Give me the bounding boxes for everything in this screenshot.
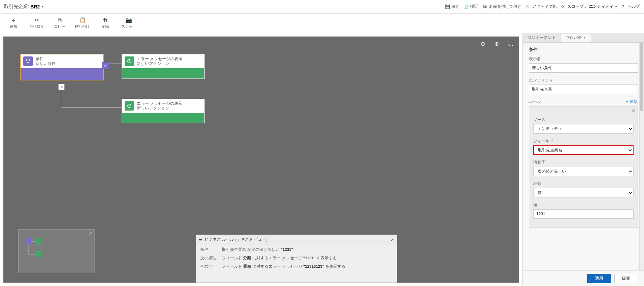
copy-label: コピー [54,24,65,29]
chevron-down-icon[interactable]: ▾ [42,5,44,8]
snapshot-button[interactable]: 📷 スナッ... [121,17,136,29]
rule-box: ✕ ソース エンティティ フィールド 取引先企業名 [529,106,638,228]
activate-button[interactable]: ⊙ アクティブ化 [526,4,557,9]
save-as-label: 名前を付けて保存 [489,4,521,9]
minimap-node [36,251,42,257]
txt: が次の値と等しい [247,247,281,252]
rule-new-label: 新規 [630,99,638,104]
save-button[interactable]: 💾 保存 [445,4,459,9]
activate-icon: ⊙ [526,4,531,9]
tv-else-label: その他 [200,264,222,269]
action-node[interactable]: エラー メッセージの表示 新しいアクション [122,54,205,79]
action-node[interactable]: エラー メッセージの表示 新しいアクション [122,99,205,123]
minimap-line [28,244,29,255]
svg-point-2 [28,62,29,63]
discard-button[interactable]: 破棄 [614,274,638,283]
entity-label: エンティティ [529,77,638,83]
zoom-out-icon[interactable]: ⊖ [481,41,485,47]
node-subtitle: 新しいアクション [137,106,182,111]
source-label: ソース [533,117,634,123]
tab-components-label: コンポーネント [527,35,556,41]
activate-label: アクティブ化 [532,4,557,9]
close-icon[interactable]: ✕ [632,108,636,114]
node-header: 条件 新しい条件 [21,54,103,68]
tab-properties-label: プロパティ [566,35,586,41]
save-icon: 💾 [445,4,450,9]
txt-bold: "1231" [281,247,293,252]
rule-new-button[interactable]: ＋新規 [625,99,638,104]
operator-label: 演算子 [533,160,634,165]
txt: を表示する [324,264,345,268]
node-body [122,68,204,78]
canvas-controls: ⊖ ⊕ ⛶ [481,41,514,47]
minimap-node [25,238,31,244]
field-label: フィールド [533,138,634,144]
add-button[interactable]: ＋ 追加 [6,17,21,29]
txt: 取引先企業名 [222,247,247,252]
connector-line [61,108,122,108]
field-select[interactable]: 取引先企業名 [533,145,634,155]
validate-button[interactable]: 🧾 検証 [464,4,478,9]
node-title: エラー メッセージの表示 [137,56,182,61]
header-bar: 取引先企業: BR2 ▾ 💾 保存 🧾 検証 🖫 名前を付けて保存 ⊙ アクティ… [0,0,644,14]
operator-select[interactable]: 次の値と等しい [533,167,634,176]
svg-point-1 [29,59,30,61]
text-view-title: ビジネス ルール (テキスト ビュー) [205,237,267,242]
add-label: 追加 [10,24,17,29]
scope-value: エンティティ [589,4,613,9]
condition-node[interactable]: 条件 新しい条件 ✓ [20,54,103,80]
apply-label: 適用 [595,276,603,281]
display-name-input[interactable] [529,63,638,73]
help-button[interactable]: ? ヘルプ [622,4,640,9]
node-body [21,68,103,80]
check-icon: ✓ [102,62,109,69]
fit-screen-icon[interactable]: ⛶ [508,41,514,47]
txt: フィールド [222,256,243,260]
delete-button[interactable]: 🗑 削除 [98,17,113,29]
tv-then-content: フィールド 分類 に対するエラー メッセージ "1231" を表示する [222,256,393,261]
minimap-line [28,254,36,255]
copy-button[interactable]: ⧉ コピー [52,17,67,29]
type-select[interactable]: 値 [533,188,634,197]
entity-input[interactable] [529,85,638,94]
txt-bold: 分類 [243,256,251,260]
apply-button[interactable]: 適用 [587,274,611,283]
txt: を表示する [315,256,337,260]
scope-selector[interactable]: ⟳ スコープ： エンティティ ▾ [561,4,617,9]
tv-cond-content: 取引先企業名 が次の値と等しい "1231" [222,247,393,252]
source-select[interactable]: エンティティ [533,124,634,134]
value-input[interactable] [533,209,634,219]
scrollbar-track[interactable] [639,43,644,270]
minimap[interactable]: ⤢ [18,229,95,273]
validate-icon: 🧾 [464,4,469,9]
cut-button[interactable]: ✂ 切り取り [29,17,44,29]
tab-properties[interactable]: プロパティ [561,33,591,42]
node-header: エラー メッセージの表示 新しいアクション [122,99,204,113]
tab-components[interactable]: コンポーネント [523,33,561,42]
node-title: エラー メッセージの表示 [137,101,182,106]
delete-branch-button[interactable]: ✕ [58,84,65,90]
toolbar: ＋ 追加 ✂ 切り取り ⧉ コピー 📋 貼り付け 🗑 削除 📷 スナッ... [0,14,644,33]
minimap-line [31,241,36,242]
save-as-button[interactable]: 🖫 名前を付けて保存 [483,4,521,9]
paste-button[interactable]: 📋 貼り付け [75,17,90,29]
snapshot-label: スナッ... [121,24,135,29]
design-canvas[interactable]: ⊖ ⊕ ⛶ 条件 新しい条件 [3,37,519,283]
properties-sidebar: コンポーネント プロパティ 条件 表示名 エンティティ ルール ＋新規 [522,33,644,286]
list-icon: ☰ [199,237,203,242]
sidebar-body: 条件 表示名 エンティティ ルール ＋新規 ✕ [523,43,644,270]
sidebar-footer: 適用 破棄 [523,270,644,286]
paste-icon: 📋 [79,17,85,23]
header-title[interactable]: 取引先企業: BR2 ▾ [4,4,44,10]
header-title-name: BR2 [30,4,40,9]
svg-point-0 [26,59,27,61]
type-label: 種類 [533,181,634,187]
action-icon [125,101,134,111]
expand-icon[interactable]: ⤢ [391,237,394,242]
scrollbar-thumb[interactable] [640,43,643,111]
zoom-in-icon[interactable]: ⊕ [494,41,499,47]
text-view-panel: ☰ ビジネス ルール (テキスト ビュー) ⤢ 条件 取引先企業名 が次の値と等… [196,235,397,283]
expand-icon[interactable]: ⤢ [89,231,92,236]
cut-icon: ✂ [33,17,40,23]
node-subtitle: 新しいアクション [137,61,182,66]
